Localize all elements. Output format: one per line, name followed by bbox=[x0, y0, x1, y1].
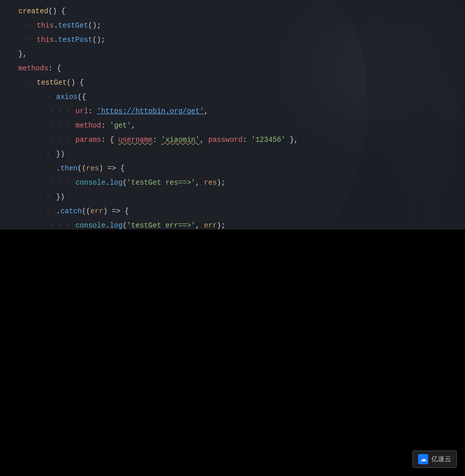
code-line-7: axios({ bbox=[0, 90, 465, 104]
code-editor: created() { this.testGet(); this.testPos… bbox=[0, 0, 465, 230]
bottom-area: ☁ 亿速云 bbox=[0, 230, 465, 476]
code-lines: created() { this.testGet(); this.testPos… bbox=[0, 0, 465, 230]
code-line-3: this.testPost(); bbox=[0, 33, 465, 47]
code-line-1: created() { bbox=[0, 4, 465, 18]
code-line-6: testGet() { bbox=[0, 76, 465, 90]
code-line-9: method: 'get', bbox=[0, 118, 465, 133]
code-line-11: }) bbox=[0, 147, 465, 161]
code-line-13: console.log('testGet res==>', res); bbox=[0, 176, 465, 190]
code-line-12: .then((res) => { bbox=[0, 161, 465, 176]
watermark-badge: ☁ 亿速云 bbox=[412, 450, 457, 468]
code-line-2: this.testGet(); bbox=[0, 18, 465, 33]
code-line-16: console.log('testGet err==>', err); bbox=[0, 218, 465, 230]
code-line-8: url: 'https://httpbin.org/get', bbox=[0, 104, 465, 118]
code-line-10: params: { username: 'xiaomin', password:… bbox=[0, 133, 465, 147]
code-line-14: }) bbox=[0, 190, 465, 204]
code-line-15: .catch((err) => { bbox=[0, 204, 465, 218]
watermark-icon: ☁ bbox=[418, 454, 428, 464]
code-line-4: }, bbox=[0, 47, 465, 61]
code-line-5: methods: { bbox=[0, 61, 465, 76]
watermark-label: 亿速云 bbox=[431, 455, 451, 464]
